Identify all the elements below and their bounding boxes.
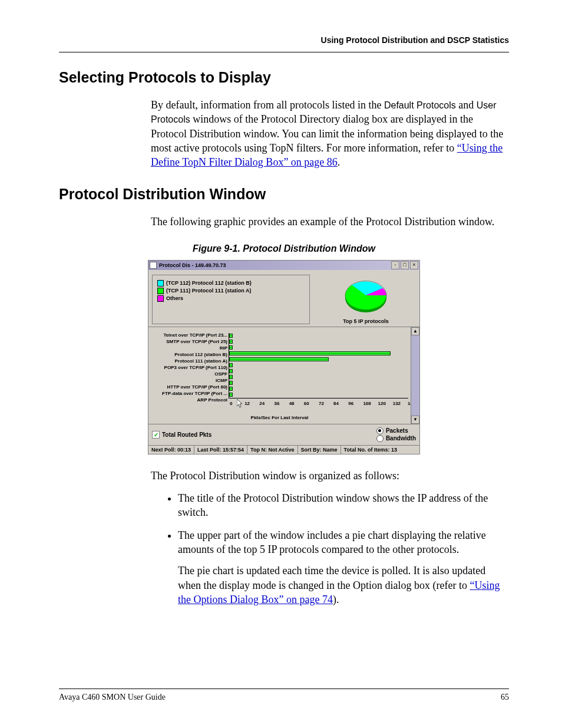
text: The pie chart is updated each time the d…	[178, 564, 509, 607]
bar	[229, 363, 233, 367]
packets-radio[interactable]: Packets	[376, 427, 416, 434]
status-total-items: Total No. of Items: 13	[341, 446, 419, 454]
checkbox-icon: ✓	[152, 431, 160, 439]
bar	[229, 351, 391, 355]
swatch-icon	[157, 295, 164, 302]
close-button[interactable]: ×	[410, 261, 418, 269]
swatch-icon	[157, 280, 164, 286]
checkbox-label: Total Routed Pkts	[162, 431, 211, 438]
pie-chart-title: Top 5 IP protocols	[316, 318, 416, 324]
bar	[229, 357, 329, 361]
bar-label: SMTP over TCP/IP (Port 25)	[151, 340, 227, 346]
after-figure-intro: The Protocol Distribution window is orga…	[151, 469, 509, 483]
bar	[229, 345, 233, 350]
bar-category-labels: Telnet over TCP/IP (Port 23... SMTP over…	[151, 333, 227, 404]
bar	[229, 369, 233, 373]
page-footer: Avaya C460 SMON User Guide 65	[59, 684, 509, 702]
titlebar[interactable]: Protocol Dis - 149.49.70.73 - □ ×	[148, 261, 419, 270]
list-item: The title of the Protocol Distribution w…	[178, 491, 509, 520]
text: windows of the Protocol Directory dialog…	[151, 113, 503, 154]
status-next-poll: Next Poll: 00:13	[148, 446, 194, 454]
default-protocols-label: Default Protocols	[384, 100, 456, 110]
section1-title: Selecting Protocols to Display	[59, 69, 509, 86]
section2-intro: The following graphic provides an exampl…	[151, 215, 509, 229]
maximize-button[interactable]: □	[401, 261, 409, 269]
text: and	[456, 99, 477, 111]
legend-label: (TCP 112) Protocol 112 (station B)	[166, 280, 252, 286]
bar	[229, 340, 233, 344]
text: The pie chart is updated each time the d…	[178, 565, 485, 591]
scroll-down-button[interactable]: ▼	[411, 416, 419, 424]
xaxis-label: Pkts/Sec For Last Interval	[151, 415, 408, 420]
minimize-button[interactable]: -	[391, 261, 399, 269]
xaxis-ticks: 01224364860728496108120132144	[229, 401, 408, 406]
text: The upper part of the window includes a …	[178, 529, 486, 555]
legend-label: Others	[166, 295, 183, 301]
legend-item: Others	[157, 295, 305, 302]
legend-box: (TCP 112) Protocol 112 (station B) (TCP …	[152, 275, 310, 324]
footer-page-number: 65	[501, 693, 509, 702]
bar	[229, 334, 233, 338]
radio-icon	[376, 435, 384, 442]
header-rule	[59, 52, 509, 52]
section1-paragraph: By default, information from all protoco…	[151, 98, 509, 169]
bar-chart: 01224364860728496108120132144	[229, 333, 408, 398]
total-routed-pkts-checkbox[interactable]: ✓ Total Routed Pkts	[152, 431, 211, 439]
bar	[229, 393, 233, 397]
footer-rule	[59, 689, 509, 689]
figure-caption: Figure 9-1. Protocol Distribution Window	[59, 243, 509, 254]
radio-label: Packets	[386, 427, 408, 434]
bandwidth-radio[interactable]: Bandwidth	[376, 435, 416, 442]
text: The title of the Protocol Distribution w…	[178, 492, 488, 518]
status-topn: Top N: Not Active	[247, 446, 298, 454]
radio-label: Bandwidth	[386, 435, 416, 442]
system-menu-icon[interactable]	[150, 262, 157, 269]
scroll-up-button[interactable]: ▲	[411, 327, 419, 335]
legend-item: (TCP 111) Protocol 111 (station A)	[157, 288, 305, 294]
vertical-scrollbar[interactable]: ▲ ▼	[411, 327, 419, 424]
bar	[229, 387, 233, 391]
pie-chart-area: Top 5 IP protocols	[316, 275, 416, 324]
text: .	[338, 156, 340, 168]
text: By default, information from all protoco…	[151, 99, 384, 111]
bar	[229, 381, 233, 385]
status-last-poll: Last Poll: 15:57:54	[194, 446, 247, 454]
organization-list: The title of the Protocol Distribution w…	[165, 491, 509, 607]
radio-icon	[376, 427, 384, 434]
bar-label: ARP Protocol	[151, 398, 227, 404]
running-header: Using Protocol Distribution and DSCP Sta…	[59, 35, 509, 45]
bar	[229, 375, 233, 379]
swatch-icon	[157, 288, 164, 294]
window-title: Protocol Dis - 149.49.70.73	[159, 262, 226, 268]
status-bar: Next Poll: 00:13 Last Poll: 15:57:54 Top…	[148, 445, 419, 454]
footer-left: Avaya C460 SMON User Guide	[59, 693, 166, 702]
legend-item: (TCP 112) Protocol 112 (station B)	[157, 280, 305, 286]
protocol-distribution-window: Protocol Dis - 149.49.70.73 - □ × (TCP 1…	[148, 260, 420, 454]
section2-title: Protocol Distribution Window	[59, 186, 509, 203]
pie-chart	[339, 275, 392, 316]
list-item: The upper part of the window includes a …	[178, 528, 509, 607]
status-sortby: Sort By: Name	[298, 446, 341, 454]
text: ).	[333, 594, 339, 605]
legend-label: (TCP 111) Protocol 111 (station A)	[166, 288, 252, 294]
